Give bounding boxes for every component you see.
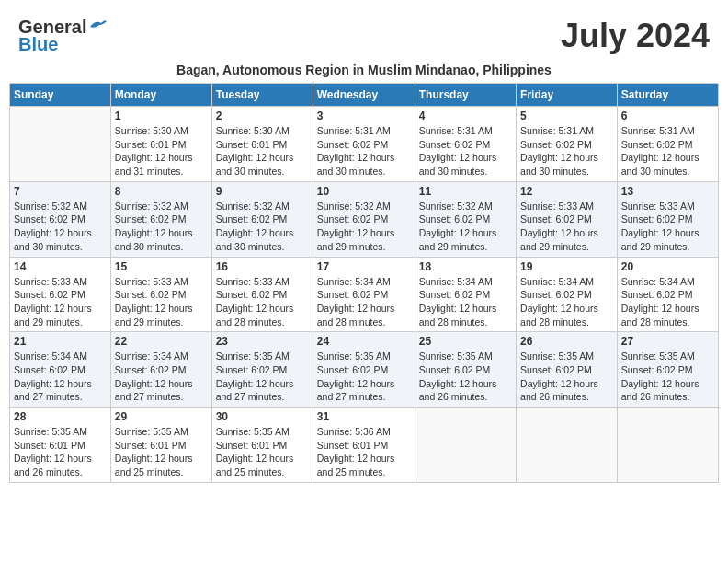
day-number: 4 bbox=[419, 109, 512, 122]
calendar-table: SundayMondayTuesdayWednesdayThursdayFrid… bbox=[9, 83, 719, 483]
day-info: Sunrise: 5:34 AMSunset: 6:02 PMDaylight:… bbox=[317, 275, 411, 329]
day-info: Sunrise: 5:35 AMSunset: 6:02 PMDaylight:… bbox=[419, 350, 512, 404]
calendar-cell: 20Sunrise: 5:34 AMSunset: 6:02 PMDayligh… bbox=[617, 257, 718, 332]
calendar-cell: 18Sunrise: 5:34 AMSunset: 6:02 PMDayligh… bbox=[415, 257, 516, 332]
day-number: 30 bbox=[216, 410, 309, 423]
day-info: Sunrise: 5:35 AMSunset: 6:01 PMDaylight:… bbox=[14, 425, 107, 479]
day-number: 29 bbox=[115, 410, 208, 423]
day-info: Sunrise: 5:34 AMSunset: 6:02 PMDaylight:… bbox=[621, 275, 714, 329]
column-header-thursday: Thursday bbox=[415, 84, 516, 107]
day-info: Sunrise: 5:34 AMSunset: 6:02 PMDaylight:… bbox=[115, 350, 208, 404]
calendar-cell bbox=[415, 408, 516, 483]
day-info: Sunrise: 5:35 AMSunset: 6:02 PMDaylight:… bbox=[317, 350, 411, 404]
day-number: 28 bbox=[14, 410, 107, 423]
calendar-cell: 31Sunrise: 5:36 AMSunset: 6:01 PMDayligh… bbox=[313, 408, 415, 483]
calendar-cell: 4Sunrise: 5:31 AMSunset: 6:02 PMDaylight… bbox=[415, 107, 516, 182]
calendar-cell: 29Sunrise: 5:35 AMSunset: 6:01 PMDayligh… bbox=[110, 408, 211, 483]
column-header-monday: Monday bbox=[110, 84, 211, 107]
day-number: 15 bbox=[115, 260, 208, 273]
column-header-saturday: Saturday bbox=[617, 84, 718, 107]
logo: General Blue bbox=[18, 17, 108, 55]
day-number: 19 bbox=[520, 260, 613, 273]
calendar-cell: 15Sunrise: 5:33 AMSunset: 6:02 PMDayligh… bbox=[110, 257, 211, 332]
day-number: 2 bbox=[216, 109, 309, 122]
day-info: Sunrise: 5:33 AMSunset: 6:02 PMDaylight:… bbox=[115, 275, 208, 329]
column-header-tuesday: Tuesday bbox=[211, 84, 313, 107]
day-number: 21 bbox=[14, 335, 107, 348]
calendar-cell: 25Sunrise: 5:35 AMSunset: 6:02 PMDayligh… bbox=[415, 332, 516, 408]
calendar-cell: 8Sunrise: 5:32 AMSunset: 6:02 PMDaylight… bbox=[110, 181, 211, 257]
day-info: Sunrise: 5:34 AMSunset: 6:02 PMDaylight:… bbox=[14, 350, 107, 404]
day-info: Sunrise: 5:31 AMSunset: 6:02 PMDaylight:… bbox=[317, 124, 411, 178]
day-info: Sunrise: 5:31 AMSunset: 6:02 PMDaylight:… bbox=[621, 124, 714, 178]
day-number: 25 bbox=[419, 335, 512, 348]
day-info: Sunrise: 5:32 AMSunset: 6:02 PMDaylight:… bbox=[216, 200, 309, 254]
day-number: 31 bbox=[317, 410, 411, 423]
day-info: Sunrise: 5:36 AMSunset: 6:01 PMDaylight:… bbox=[317, 425, 411, 479]
header: General Blue July 2024 bbox=[9, 9, 719, 59]
day-info: Sunrise: 5:35 AMSunset: 6:01 PMDaylight:… bbox=[216, 425, 309, 479]
day-info: Sunrise: 5:30 AMSunset: 6:01 PMDaylight:… bbox=[115, 124, 208, 178]
day-info: Sunrise: 5:34 AMSunset: 6:02 PMDaylight:… bbox=[520, 275, 613, 329]
calendar-cell: 23Sunrise: 5:35 AMSunset: 6:02 PMDayligh… bbox=[211, 332, 313, 408]
calendar-cell bbox=[517, 408, 618, 483]
day-number: 14 bbox=[14, 260, 107, 273]
logo-blue: Blue bbox=[18, 34, 58, 55]
day-number: 16 bbox=[216, 260, 309, 273]
day-info: Sunrise: 5:32 AMSunset: 6:02 PMDaylight:… bbox=[419, 200, 512, 254]
day-info: Sunrise: 5:32 AMSunset: 6:02 PMDaylight:… bbox=[115, 200, 208, 254]
calendar-cell: 10Sunrise: 5:32 AMSunset: 6:02 PMDayligh… bbox=[313, 181, 415, 257]
calendar-cell: 17Sunrise: 5:34 AMSunset: 6:02 PMDayligh… bbox=[313, 257, 415, 332]
day-number: 11 bbox=[419, 185, 512, 198]
day-info: Sunrise: 5:33 AMSunset: 6:02 PMDaylight:… bbox=[14, 275, 107, 329]
day-info: Sunrise: 5:30 AMSunset: 6:01 PMDaylight:… bbox=[216, 124, 309, 178]
calendar-cell: 9Sunrise: 5:32 AMSunset: 6:02 PMDaylight… bbox=[211, 181, 313, 257]
calendar-cell: 1Sunrise: 5:30 AMSunset: 6:01 PMDaylight… bbox=[110, 107, 211, 182]
day-number: 12 bbox=[520, 185, 613, 198]
day-number: 27 bbox=[621, 335, 714, 348]
day-info: Sunrise: 5:33 AMSunset: 6:02 PMDaylight:… bbox=[621, 200, 714, 254]
calendar-cell: 2Sunrise: 5:30 AMSunset: 6:01 PMDaylight… bbox=[211, 107, 313, 182]
day-info: Sunrise: 5:35 AMSunset: 6:02 PMDaylight:… bbox=[216, 350, 309, 404]
calendar-cell: 30Sunrise: 5:35 AMSunset: 6:01 PMDayligh… bbox=[211, 408, 313, 483]
month-title: July 2024 bbox=[561, 17, 710, 55]
day-info: Sunrise: 5:33 AMSunset: 6:02 PMDaylight:… bbox=[520, 200, 613, 254]
day-number: 9 bbox=[216, 185, 309, 198]
day-number: 23 bbox=[216, 335, 309, 348]
calendar-cell: 19Sunrise: 5:34 AMSunset: 6:02 PMDayligh… bbox=[517, 257, 618, 332]
week-row-1: 1Sunrise: 5:30 AMSunset: 6:01 PMDaylight… bbox=[10, 107, 719, 182]
day-number: 8 bbox=[115, 185, 208, 198]
calendar-cell: 22Sunrise: 5:34 AMSunset: 6:02 PMDayligh… bbox=[110, 332, 211, 408]
calendar-cell: 7Sunrise: 5:32 AMSunset: 6:02 PMDaylight… bbox=[10, 181, 111, 257]
calendar-cell: 3Sunrise: 5:31 AMSunset: 6:02 PMDaylight… bbox=[313, 107, 415, 182]
day-number: 24 bbox=[317, 335, 411, 348]
calendar-cell: 27Sunrise: 5:35 AMSunset: 6:02 PMDayligh… bbox=[617, 332, 718, 408]
calendar-subtitle: Bagan, Autonomous Region in Muslim Minda… bbox=[9, 63, 719, 77]
calendar-cell: 21Sunrise: 5:34 AMSunset: 6:02 PMDayligh… bbox=[10, 332, 111, 408]
calendar-cell: 14Sunrise: 5:33 AMSunset: 6:02 PMDayligh… bbox=[10, 257, 111, 332]
calendar-cell: 5Sunrise: 5:31 AMSunset: 6:02 PMDaylight… bbox=[517, 107, 618, 182]
calendar-cell: 12Sunrise: 5:33 AMSunset: 6:02 PMDayligh… bbox=[517, 181, 618, 257]
day-number: 18 bbox=[419, 260, 512, 273]
calendar-cell bbox=[10, 107, 111, 182]
calendar-cell: 16Sunrise: 5:33 AMSunset: 6:02 PMDayligh… bbox=[211, 257, 313, 332]
day-number: 22 bbox=[115, 335, 208, 348]
day-number: 20 bbox=[621, 260, 714, 273]
day-info: Sunrise: 5:31 AMSunset: 6:02 PMDaylight:… bbox=[419, 124, 512, 178]
column-header-sunday: Sunday bbox=[10, 84, 111, 107]
column-header-wednesday: Wednesday bbox=[313, 84, 415, 107]
day-info: Sunrise: 5:33 AMSunset: 6:02 PMDaylight:… bbox=[216, 275, 309, 329]
calendar-cell: 24Sunrise: 5:35 AMSunset: 6:02 PMDayligh… bbox=[313, 332, 415, 408]
day-number: 7 bbox=[14, 185, 107, 198]
day-info: Sunrise: 5:32 AMSunset: 6:02 PMDaylight:… bbox=[14, 200, 107, 254]
header-row: SundayMondayTuesdayWednesdayThursdayFrid… bbox=[10, 84, 719, 107]
calendar-cell: 11Sunrise: 5:32 AMSunset: 6:02 PMDayligh… bbox=[415, 181, 516, 257]
day-info: Sunrise: 5:35 AMSunset: 6:02 PMDaylight:… bbox=[520, 350, 613, 404]
day-number: 6 bbox=[621, 109, 714, 122]
day-info: Sunrise: 5:35 AMSunset: 6:01 PMDaylight:… bbox=[115, 425, 208, 479]
column-header-friday: Friday bbox=[517, 84, 618, 107]
day-info: Sunrise: 5:35 AMSunset: 6:02 PMDaylight:… bbox=[621, 350, 714, 404]
day-number: 17 bbox=[317, 260, 411, 273]
day-number: 26 bbox=[520, 335, 613, 348]
week-row-5: 28Sunrise: 5:35 AMSunset: 6:01 PMDayligh… bbox=[10, 408, 719, 483]
